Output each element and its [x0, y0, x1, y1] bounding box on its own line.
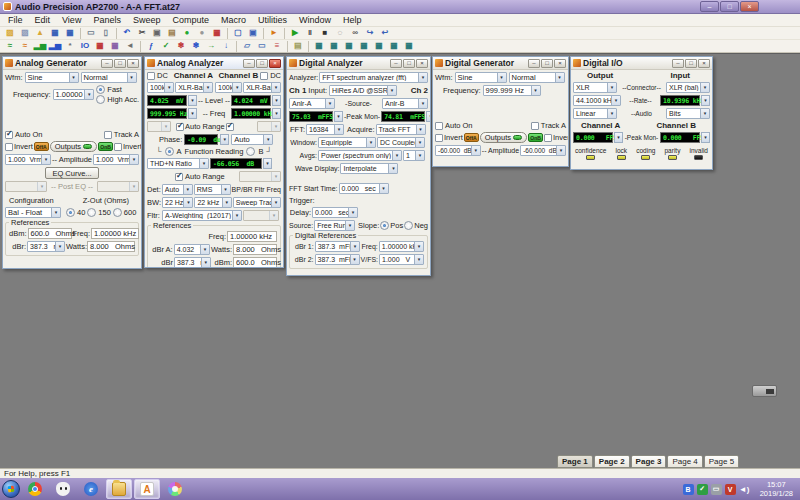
panel-minimize-button[interactable]: – [672, 59, 684, 68]
menu-compute[interactable]: Compute [166, 14, 215, 26]
freeze-a-icon[interactable]: ❄ [174, 40, 188, 52]
save-all-icon[interactable]: ▦ [63, 27, 77, 39]
ag-waveform-mode-select[interactable]: Normal [81, 72, 137, 83]
dropdown-arrow-icon[interactable] [272, 95, 281, 106]
ag-waveform-select[interactable]: Sine [25, 72, 79, 83]
aa-range-a-select[interactable]: 100k [147, 82, 174, 93]
dio-input-audio-select[interactable]: Bits [666, 108, 710, 119]
macro-run-icon[interactable]: ✓ [159, 40, 173, 52]
aa-range-b-select[interactable]: 100k [215, 82, 242, 93]
dg-amplitude-a-select[interactable]: -60.000 dBFS [435, 145, 481, 156]
taskbar-button-audio-precision[interactable]: A [134, 479, 160, 499]
menu-sweep[interactable]: Sweep [127, 14, 167, 26]
regulate-icon[interactable]: ◌ [333, 27, 347, 39]
panel-close-button[interactable]: × [554, 59, 566, 68]
dg-outputs-button[interactable]: Outputs [480, 132, 527, 143]
menu-edit[interactable]: Edit [29, 14, 57, 26]
window-layout-icon[interactable]: ▣ [246, 27, 260, 39]
ag-channel-b-state-button[interactable]: OnB [98, 142, 113, 151]
page-tab-5[interactable]: Page 5 [704, 455, 739, 468]
dropdown-arrow-icon[interactable] [272, 108, 281, 119]
new-data-icon[interactable]: ▲ [33, 27, 47, 39]
da-delay-select[interactable]: 0.000 sec [312, 207, 358, 218]
append-data-icon[interactable]: ↓ [219, 40, 233, 52]
monitor-window-icon[interactable]: ▭ [255, 40, 269, 52]
ag-configuration-select[interactable]: Bal - Float [5, 207, 61, 218]
da-vfs-select[interactable]: 1.000 V [379, 254, 424, 265]
dropdown-arrow-icon[interactable] [701, 95, 710, 106]
panel-minimize-button[interactable]: – [528, 59, 540, 68]
da-trigger-source-select[interactable]: Free Run [314, 220, 355, 231]
ag-zout-40-radio[interactable] [66, 208, 75, 217]
dio-output-rate-select[interactable]: 44.1000 kHz [573, 95, 621, 106]
aa-ref-freq-field[interactable]: 1.00000 kHz [227, 231, 277, 242]
learn-mode-icon[interactable]: ► [267, 27, 281, 39]
dg-track-a-checkbox[interactable] [531, 122, 539, 130]
open-test-icon[interactable]: ▨ [3, 27, 17, 39]
aa-dc-a-checkbox[interactable] [147, 72, 155, 80]
data-editor-6-icon[interactable]: ▦ [387, 40, 401, 52]
aa-input-b-select[interactable]: XLR-Bal [243, 82, 281, 93]
dg-waveform-select[interactable]: Sine [455, 72, 507, 83]
data-editor-7-icon[interactable]: ▦ [402, 40, 416, 52]
dio-input-connector-select[interactable]: XLR (bal) [666, 82, 710, 93]
analog-generator-panel-icon[interactable]: ≈ [3, 40, 17, 52]
dropdown-arrow-icon[interactable] [701, 132, 710, 143]
save-icon[interactable]: ▦ [48, 27, 62, 39]
paste-panel-icon[interactable]: ↩ [378, 27, 392, 39]
aa-bw-high-select[interactable]: 22 kHz [194, 197, 231, 208]
sweep-start-icon[interactable]: ▶ [288, 27, 302, 39]
ag-ref-freq-field[interactable]: 1.00000 kHz [91, 228, 139, 239]
aa-function-a-radio[interactable] [165, 147, 174, 156]
digital-io-panel-icon[interactable]: IO [78, 40, 92, 52]
da-dbr1-select[interactable]: 387.3 mFFS [315, 241, 360, 252]
regulation-panel-icon[interactable]: ▦ [108, 40, 122, 52]
page-tab-4[interactable]: Page 4 [667, 455, 702, 468]
aa-dbrb-select[interactable]: 387.3 mV [174, 257, 211, 268]
volume-icon[interactable]: ◄) [739, 484, 750, 495]
log-file-icon[interactable]: ▦ [210, 27, 224, 39]
page-tab-2[interactable]: Page 2 [594, 455, 630, 468]
da-avg-count-select[interactable]: 1 [403, 150, 425, 161]
da-source-a-select[interactable]: Anlr-A [289, 98, 335, 109]
aa-auto-range-b-checkbox[interactable] [226, 123, 234, 131]
taskbar-clock[interactable]: 15:07 2019/1/28 [755, 480, 798, 499]
page-tab-1[interactable]: Page 1 [557, 455, 593, 468]
start-button[interactable] [2, 480, 20, 498]
window-titlebar[interactable]: Audio Precision AP2700 - A-A FFT.at27 – … [0, 0, 800, 14]
aa-detector-select[interactable]: Auto [162, 184, 193, 195]
da-coupling-select[interactable]: DC Coupled [377, 137, 425, 148]
undo-icon[interactable]: ↶ [120, 27, 134, 39]
menu-view[interactable]: View [56, 14, 87, 26]
aa-det-mode-select[interactable]: RMS [194, 184, 231, 195]
digital-generator-titlebar[interactable]: Digital Generator – □ × [433, 57, 568, 70]
quick-launch-icon[interactable]: ▢ [231, 27, 245, 39]
dio-output-connector-select[interactable]: XLR [573, 82, 617, 93]
data-editor-3-icon[interactable]: ▦ [342, 40, 356, 52]
dg-waveform-mode-select[interactable]: Normal [509, 72, 565, 83]
panel-maximize-button[interactable]: □ [541, 59, 553, 68]
report-window-icon[interactable]: ▤ [291, 40, 305, 52]
analog-analyzer-panel-icon[interactable]: ▂▅ [33, 40, 47, 52]
panel-close-button[interactable]: × [416, 59, 428, 68]
menu-utilities[interactable]: Utilities [252, 14, 293, 26]
taskbar-button-foobar2000[interactable] [50, 479, 76, 499]
da-fft-length-select[interactable]: 16384 [306, 124, 344, 135]
panel-minimize-button[interactable]: – [101, 59, 113, 68]
dg-amplitude-b-select[interactable]: -60.000 dBFS [520, 145, 566, 156]
dropdown-arrow-icon[interactable] [614, 132, 623, 143]
aa-filter-select[interactable]: A-Weighting (12017) [162, 210, 242, 221]
panel-maximize-button[interactable]: □ [114, 59, 126, 68]
dropdown-arrow-icon[interactable] [188, 95, 197, 106]
menu-file[interactable]: File [2, 14, 29, 26]
da-slope-neg-radio[interactable] [404, 221, 413, 230]
da-avgs-select[interactable]: Power (spectrum only) [318, 150, 402, 161]
ag-track-a-checkbox[interactable] [104, 131, 112, 139]
dropdown-arrow-icon[interactable] [188, 108, 197, 119]
cut-icon[interactable]: ✂ [135, 27, 149, 39]
panel-close-button[interactable]: × [127, 59, 139, 68]
pen-input-icon[interactable]: ▭ [711, 484, 722, 495]
settling-panel-icon[interactable]: * [63, 40, 77, 52]
security-check-icon[interactable]: ✓ [697, 484, 708, 495]
dio-output-audio-select[interactable]: Linear [573, 108, 617, 119]
